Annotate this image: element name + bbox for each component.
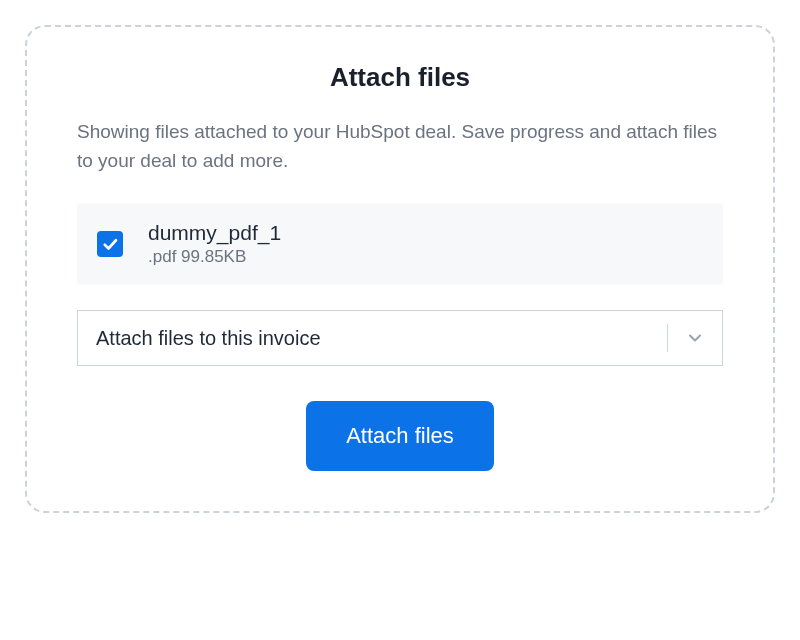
modal-title: Attach files	[77, 62, 723, 93]
chevron-down-icon	[685, 328, 705, 348]
check-icon	[101, 235, 119, 253]
file-name: dummy_pdf_1	[148, 221, 281, 245]
select-label: Attach files to this invoice	[78, 327, 667, 350]
file-meta: .pdf 99.85KB	[148, 247, 281, 267]
file-info: dummy_pdf_1 .pdf 99.85KB	[148, 221, 281, 267]
file-row: dummy_pdf_1 .pdf 99.85KB	[77, 203, 723, 285]
button-row: Attach files	[77, 401, 723, 471]
attach-target-select[interactable]: Attach files to this invoice	[77, 310, 723, 366]
attach-files-modal: Attach files Showing files attached to y…	[25, 25, 775, 513]
select-chevron-wrapper	[668, 328, 722, 348]
attach-files-button[interactable]: Attach files	[306, 401, 494, 471]
file-checkbox[interactable]	[97, 231, 123, 257]
modal-description: Showing files attached to your HubSpot d…	[77, 118, 723, 175]
